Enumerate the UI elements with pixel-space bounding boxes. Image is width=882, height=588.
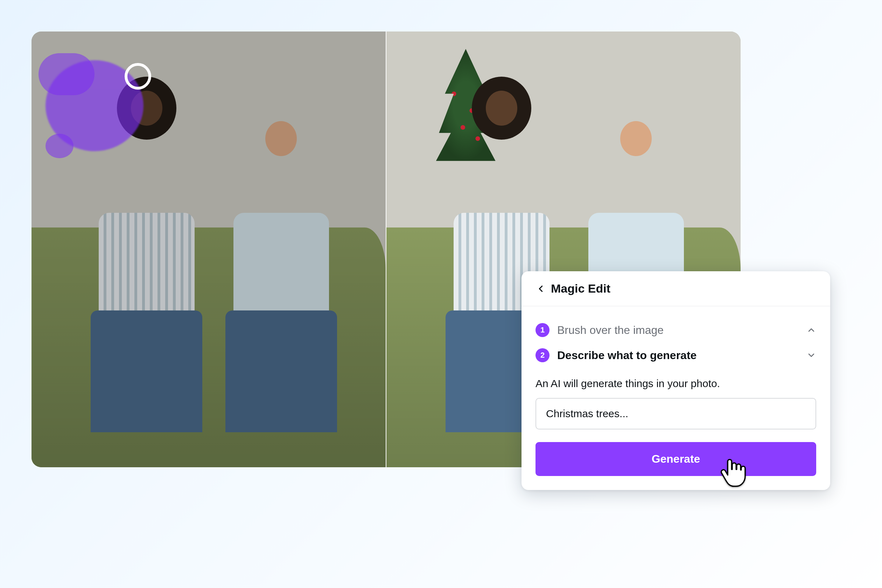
step-label-1: Brush over the image — [557, 324, 799, 337]
panel-title: Magic Edit — [551, 282, 610, 296]
brush-selection-overlay[interactable] — [45, 53, 161, 155]
step-label-2: Describe what to generate — [557, 349, 799, 362]
magic-edit-panel: Magic Edit 1 Brush over the image 2 Desc… — [522, 271, 830, 490]
chevron-up-icon — [806, 325, 816, 335]
back-icon[interactable] — [536, 284, 546, 294]
step-badge-2: 2 — [536, 348, 549, 362]
step-brush[interactable]: 1 Brush over the image — [536, 318, 816, 343]
step-describe[interactable]: 2 Describe what to generate — [536, 343, 816, 368]
generate-button[interactable]: Generate — [536, 442, 816, 476]
chevron-down-icon — [806, 350, 816, 360]
panel-header: Magic Edit — [522, 271, 830, 306]
brush-cursor-icon — [124, 63, 151, 90]
image-before[interactable] — [32, 32, 386, 467]
step-description: An AI will generate things in your photo… — [536, 378, 816, 390]
step-badge-1: 1 — [536, 323, 549, 337]
prompt-input[interactable] — [536, 398, 816, 429]
